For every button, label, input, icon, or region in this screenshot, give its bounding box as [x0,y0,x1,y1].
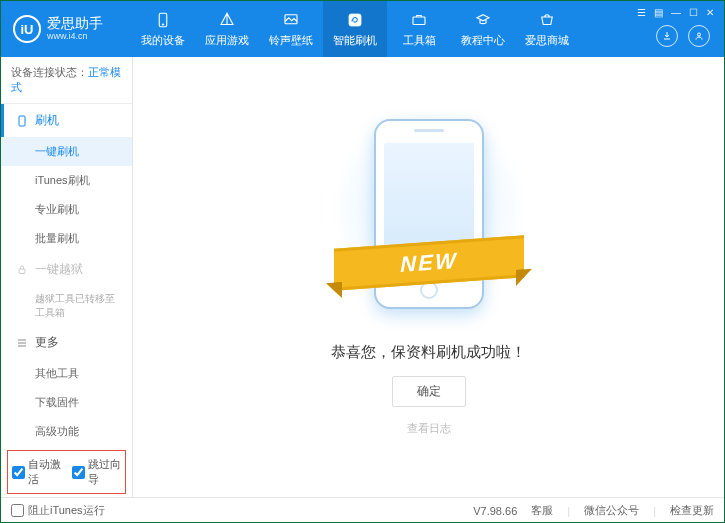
check-update-link[interactable]: 检查更新 [670,503,714,518]
checkbox-label: 跳过向导 [88,457,122,487]
svg-rect-3 [349,14,361,26]
nav-toolbox[interactable]: 工具箱 [387,1,451,57]
phone-icon [153,10,173,30]
app-title: 爱思助手 [47,16,103,31]
tutorial-icon [473,10,493,30]
group-label: 刷机 [35,112,59,129]
app-url: www.i4.cn [47,32,103,42]
logo-area: iU 爱思助手 www.i4.cn [1,15,131,43]
group-label: 一键越狱 [35,261,83,278]
nav-ringtones[interactable]: 铃声壁纸 [259,1,323,57]
user-button[interactable] [688,25,710,47]
separator: | [653,505,656,517]
lock-icon [15,263,29,277]
skip-guide-input[interactable] [72,466,85,479]
wallpaper-icon [281,10,301,30]
customer-service-link[interactable]: 客服 [531,503,553,518]
checkbox-label: 自动激活 [28,457,62,487]
nav-apps[interactable]: 应用游戏 [195,1,259,57]
main-content: NEW 恭喜您，保资料刷机成功啦！ 确定 查看日志 [133,57,724,497]
block-itunes-input[interactable] [11,504,24,517]
store-icon [537,10,557,30]
nav-label: 爱思商城 [525,33,569,48]
nav-flash[interactable]: 智能刷机 [323,1,387,57]
nav-label: 应用游戏 [205,33,249,48]
nav-my-device[interactable]: 我的设备 [131,1,195,57]
sidebar-item-batch[interactable]: 批量刷机 [1,224,132,253]
nav-label: 我的设备 [141,33,185,48]
group-more[interactable]: 更多 [1,326,132,359]
window-controls: ☰ ▤ — ☐ ✕ [637,7,714,18]
download-button[interactable] [656,25,678,47]
sidebar-item-download-firmware[interactable]: 下载固件 [1,388,132,417]
jailbreak-note: 越狱工具已转移至 工具箱 [1,286,132,326]
menu-icon[interactable]: ☰ [637,7,646,18]
checkbox-block-itunes[interactable]: 阻止iTunes运行 [11,503,105,518]
nav-label: 智能刷机 [333,33,377,48]
svg-rect-6 [19,116,25,126]
svg-point-5 [698,33,701,36]
view-log-link[interactable]: 查看日志 [407,421,451,436]
sidebar: 设备连接状态：正常模式 刷机 一键刷机 iTunes刷机 专业刷机 批量刷机 一… [1,57,133,497]
group-flash[interactable]: 刷机 [1,104,132,137]
wechat-link[interactable]: 微信公众号 [584,503,639,518]
logo-icon: iU [13,15,41,43]
sidebar-item-othertools[interactable]: 其他工具 [1,359,132,388]
toolbox-icon [409,10,429,30]
sidebar-item-pro[interactable]: 专业刷机 [1,195,132,224]
options-highlight-box: 自动激活 跳过向导 [7,450,126,494]
nav-label: 教程中心 [461,33,505,48]
svg-point-1 [162,24,164,26]
maximize-icon[interactable]: ☐ [689,7,698,18]
sidebar-item-itunes[interactable]: iTunes刷机 [1,166,132,195]
sidebar-item-advanced[interactable]: 高级功能 [1,417,132,446]
status-bar: 阻止iTunes运行 V7.98.66 客服 | 微信公众号 | 检查更新 [1,497,724,523]
apps-icon [217,10,237,30]
success-illustration: NEW [354,119,504,319]
refresh-icon [345,10,365,30]
nav-label: 工具箱 [403,33,436,48]
nav-store[interactable]: 爱思商城 [515,1,579,57]
ok-button[interactable]: 确定 [392,376,466,407]
checkbox-auto-activate[interactable]: 自动激活 [12,457,62,487]
separator: | [567,505,570,517]
app-header: iU 爱思助手 www.i4.cn 我的设备 应用游戏 铃声壁纸 智能刷机 工具… [1,1,724,57]
svg-rect-4 [413,17,425,25]
group-label: 更多 [35,334,59,351]
group-jailbreak[interactable]: 一键越狱 [1,253,132,286]
checkbox-label: 阻止iTunes运行 [28,503,105,518]
checkbox-skip-guide[interactable]: 跳过向导 [72,457,122,487]
minimize-icon[interactable]: — [671,7,681,18]
phone-small-icon [15,114,29,128]
pin-icon[interactable]: ▤ [654,7,663,18]
close-icon[interactable]: ✕ [706,7,714,18]
menu-small-icon [15,336,29,350]
connection-status: 设备连接状态：正常模式 [1,57,132,104]
nav-tutorials[interactable]: 教程中心 [451,1,515,57]
version-label: V7.98.66 [473,505,517,517]
status-prefix: 设备连接状态： [11,66,88,78]
svg-rect-7 [19,269,25,274]
success-message: 恭喜您，保资料刷机成功啦！ [331,343,526,362]
auto-activate-input[interactable] [12,466,25,479]
nav-label: 铃声壁纸 [269,33,313,48]
sidebar-item-oneclick[interactable]: 一键刷机 [1,137,132,166]
top-nav: 我的设备 应用游戏 铃声壁纸 智能刷机 工具箱 教程中心 爱思商城 [131,1,724,57]
